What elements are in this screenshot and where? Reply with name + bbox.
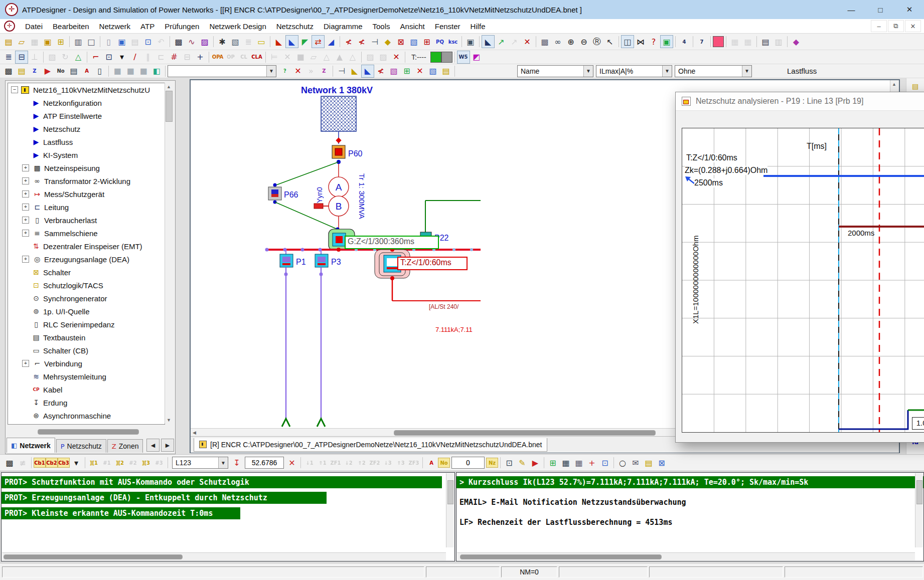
grid-green-2-icon[interactable]: ⊞ — [546, 456, 559, 469]
grid-green-icon[interactable]: ⊞ — [400, 65, 413, 78]
number-z-icon[interactable]: Nz — [486, 458, 498, 468]
network-source[interactable] — [321, 96, 356, 131]
tree-expand-icon[interactable]: + — [22, 217, 29, 224]
tree-item[interactable]: +◎Erzeugungsanlage (DEA) — [22, 253, 165, 266]
cross-node-icon[interactable]: + — [194, 51, 207, 64]
tree-root-collapse[interactable]: − — [11, 86, 18, 93]
line-select-combo[interactable]: L123 ▼ — [172, 457, 228, 469]
plus-red-icon[interactable]: + — [585, 456, 598, 469]
cb-menu-icon[interactable]: ▾ — [70, 456, 83, 469]
save-all-icon[interactable]: ▣ — [41, 35, 54, 48]
bus-node-icon[interactable]: ⊟ — [15, 51, 28, 64]
tree-item[interactable]: ▶KI-System — [22, 148, 165, 161]
purple-tool-icon[interactable]: ◆ — [790, 35, 803, 48]
tree-item[interactable]: ↧Erdung — [22, 396, 165, 409]
maximize-button[interactable]: □ — [866, 0, 895, 19]
tab-netzschutz[interactable]: PNetzschutz — [56, 439, 106, 453]
tree-item[interactable]: ≋Mehrsystemleitung — [22, 370, 165, 383]
curve-green-icon[interactable]: ◤ — [298, 35, 312, 48]
zoom-out-icon[interactable]: ⊖ — [577, 35, 590, 48]
gray-square-3-icon[interactable]: ■ — [137, 65, 150, 78]
compare-icon[interactable]: ≢ — [16, 456, 29, 469]
set-position-icon[interactable]: ↧ — [230, 456, 243, 469]
tree-item[interactable]: +⌐Verbindung — [22, 357, 165, 370]
tree-expand-icon[interactable]: + — [22, 256, 29, 263]
tree-item[interactable]: ⊙Synchrongenerator — [22, 292, 165, 305]
tree-expand-icon[interactable]: + — [22, 360, 29, 367]
tab-scroll-right[interactable]: ▶ — [161, 439, 174, 452]
cb3-icon[interactable]: Cb3 — [58, 458, 70, 468]
fast-forward-icon[interactable]: » — [304, 65, 318, 78]
measure-icon[interactable]: ▤ — [439, 65, 452, 78]
count-7-icon[interactable]: 7 — [695, 35, 708, 48]
tree-item[interactable]: +▩Netzeinspeisung — [22, 161, 165, 174]
tree-item[interactable]: ⊛Asynchronmaschine — [22, 409, 165, 422]
fractal-icon[interactable]: ▧ — [387, 65, 400, 78]
copy-icon[interactable]: ▣ — [115, 35, 128, 48]
tree-expand-icon[interactable]: + — [22, 164, 29, 171]
z-doc-icon[interactable]: Z — [28, 65, 41, 78]
phase-1g-icon[interactable]: #1 — [100, 456, 113, 469]
flag-run-icon[interactable]: ▶ — [41, 65, 54, 78]
name-combo[interactable]: Name ▼ — [517, 65, 593, 77]
help-key-icon[interactable]: ? — [647, 35, 660, 48]
number-yellow-icon[interactable]: No — [438, 458, 450, 468]
counter-input[interactable] — [451, 457, 485, 469]
name-combo-arrow[interactable]: ▼ — [583, 66, 593, 77]
probe-2-icon[interactable]: ⊣ — [335, 65, 348, 78]
color-stack-icon[interactable]: ◧ — [150, 65, 163, 78]
probe-icon[interactable]: ⊣ — [368, 35, 381, 48]
tree-item[interactable]: ⊠Schalter — [22, 266, 165, 279]
junction-icon[interactable]: # — [168, 51, 181, 64]
tree-item[interactable]: ⊚1p. U/I-Quelle — [22, 305, 165, 318]
cb1-icon[interactable]: Cb1 — [34, 458, 46, 468]
hierarchy-icon[interactable]: ⊞ — [54, 35, 67, 48]
nr-tool-icon[interactable]: ▧ — [407, 35, 420, 48]
right-log-vscrollbar[interactable] — [915, 473, 923, 547]
tree-item[interactable]: ⊡Schutzlogik/TACS — [22, 279, 165, 292]
pencil-icon[interactable]: ✎ — [516, 456, 529, 469]
grid-dots-icon[interactable]: ▩ — [538, 35, 551, 48]
opa-icon[interactable]: OPA — [211, 51, 224, 64]
glasses-icon[interactable]: ∞ — [551, 35, 564, 48]
book-1-icon[interactable]: ▤ — [759, 35, 772, 48]
menu-netzwerk[interactable]: Netzwerk — [94, 20, 136, 33]
new-file-icon[interactable]: ▤ — [2, 35, 15, 48]
table-2-icon[interactable]: ▦ — [572, 456, 585, 469]
ksc-icon[interactable]: ksc — [446, 35, 459, 48]
menu-ansicht[interactable]: Ansicht — [395, 20, 430, 33]
stair-blue-icon[interactable]: ◣ — [361, 65, 374, 78]
flag-2-icon[interactable]: ▶ — [529, 456, 542, 469]
rotate-1-icon[interactable]: ▧ — [46, 51, 59, 64]
tree-horizontal-scrollbar[interactable] — [8, 428, 164, 436]
frame-draw-icon[interactable]: ⊡ — [102, 51, 115, 64]
box-blue-icon[interactable]: ⊡ — [598, 456, 611, 469]
mdi-minimize-button[interactable]: – — [871, 20, 887, 32]
book-2-icon[interactable]: ▥ — [772, 35, 785, 48]
ws-tool-icon[interactable]: W5 — [457, 51, 470, 64]
pq-grid-icon[interactable]: PQ — [433, 35, 446, 48]
tree-item[interactable]: ▶Lastfluss — [22, 135, 165, 148]
netzschutz-analysieren-dialog[interactable]: Netzschutz analysieren - P19 : Line 13 [… — [675, 92, 924, 443]
font-red-icon[interactable]: A — [425, 456, 438, 469]
t-protection-label[interactable]: T:Z</1/0:60ms — [397, 257, 468, 270]
ladder-icon[interactable]: ⊟ — [181, 51, 194, 64]
zoom-in-icon[interactable]: ⊕ — [564, 35, 577, 48]
swap-direction-icon[interactable]: ⇄ — [312, 35, 325, 48]
no-k-icon[interactable]: ≮ — [374, 65, 387, 78]
lock-icon[interactable]: ■ — [294, 51, 307, 64]
mail-icon[interactable]: ✉ — [629, 456, 642, 469]
zf-2-icon[interactable]: ZF2 — [368, 456, 381, 469]
curve-blue2-icon[interactable]: ◢ — [325, 35, 338, 48]
count-4-icon[interactable]: 4 — [678, 35, 691, 48]
tree-expand-icon[interactable]: + — [22, 190, 29, 198]
parallel-icon[interactable]: ∥ — [141, 51, 155, 64]
tree-vertical-scrollbar[interactable]: ▲ ▼ — [165, 83, 173, 424]
waveform-icon[interactable]: ∿ — [185, 35, 198, 48]
close-button[interactable]: ✕ — [895, 0, 924, 19]
fault-position-input[interactable] — [245, 457, 284, 469]
run-check-icon[interactable]: ? — [278, 65, 291, 78]
phase-3g-icon[interactable]: #3 — [152, 456, 166, 469]
network-canvas[interactable]: Network 1 380kV P60 P66 A B Yyn0 — [190, 79, 900, 453]
zf-1-icon[interactable]: ZF1 — [329, 456, 342, 469]
